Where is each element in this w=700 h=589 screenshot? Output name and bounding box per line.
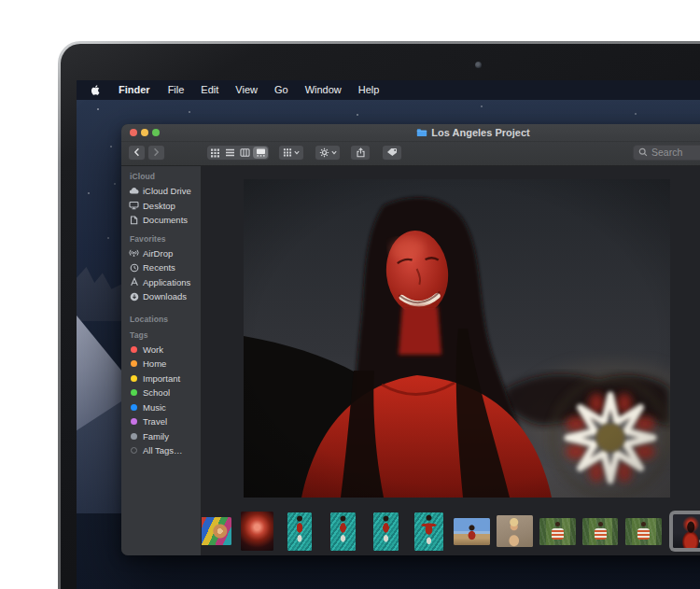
thumbnail-slot (455, 518, 488, 545)
gallery-view (202, 166, 700, 555)
applications-icon (129, 277, 139, 287)
window-title-group: Los Angeles Project (416, 127, 529, 138)
back-button[interactable] (128, 145, 146, 161)
documents-icon (129, 216, 139, 225)
thumbnail-plants[interactable] (625, 518, 662, 545)
thumbnail-slot (326, 512, 359, 551)
menu-bar: Finder File Edit View Go Window Help (77, 80, 700, 100)
sidebar-item-label: AirDrop (143, 248, 173, 259)
desktop-icon (129, 201, 139, 210)
column-view-button[interactable] (237, 147, 252, 159)
sidebar-item-label: Desktop (143, 201, 175, 211)
gear-icon (319, 147, 329, 158)
thumbnail-mural[interactable] (202, 517, 231, 545)
list-view-button[interactable] (222, 147, 237, 159)
sidebar-tag-music[interactable]: Music (129, 400, 201, 415)
menu-item-go[interactable]: Go (266, 80, 297, 100)
sidebar-item-airdrop[interactable]: AirDrop (129, 246, 201, 261)
group-by-button[interactable] (278, 145, 304, 161)
sidebar-item-label: Documents (143, 215, 188, 225)
sidebar-tag-important[interactable]: Important (129, 372, 201, 386)
menu-item-window[interactable]: Window (297, 80, 350, 100)
facetime-camera (475, 62, 482, 68)
sidebar-item-desktop[interactable]: Desktop (129, 199, 201, 214)
search-field[interactable]: Search (633, 145, 700, 161)
window-titlebar[interactable]: Los Angeles Project (121, 124, 700, 142)
sidebar-section-icloud: iCloud (130, 172, 201, 181)
sidebar-item-downloads[interactable]: Downloads (129, 289, 201, 304)
forward-button[interactable] (147, 145, 165, 161)
tag-dot-orange (131, 360, 137, 367)
tag-label: Work (143, 344, 163, 355)
thumbnail-pool[interactable] (373, 512, 399, 551)
close-button[interactable] (130, 129, 137, 136)
thumbnail-slot (540, 518, 574, 545)
tag-label: Important (143, 373, 180, 384)
sidebar-tag-home[interactable]: Home (129, 357, 201, 372)
icon-view-button[interactable] (207, 147, 222, 159)
thumbnail-pool[interactable] (330, 512, 356, 551)
sidebar-item-recents[interactable]: Recents (129, 260, 201, 275)
thumbnail-pool-wide[interactable] (414, 512, 443, 551)
tag-dot-blue (131, 404, 137, 411)
sidebar-item-documents[interactable]: Documents (129, 213, 201, 228)
tag-dot-yellow (131, 375, 137, 382)
page: { "menu_bar": { "apple_icon": "apple-log… (0, 0, 700, 589)
screen: Finder File Edit View Go Window Help (77, 80, 700, 589)
sidebar-item-label: Recents (143, 262, 175, 273)
sidebar-tag-all-tags[interactable]: All Tags… (129, 443, 201, 458)
menu-item-help[interactable]: Help (350, 80, 388, 100)
thumbnail-plants[interactable] (539, 518, 576, 545)
tag-label: Family (143, 431, 169, 442)
menu-item-view[interactable]: View (227, 80, 266, 100)
sidebar-item-icloud-drive[interactable]: iCloud Drive (129, 184, 201, 199)
action-gear-button[interactable] (315, 145, 341, 161)
menu-item-file[interactable]: File (160, 80, 193, 100)
view-switcher (206, 145, 270, 161)
sidebar-section-favorites: Favorites (130, 234, 201, 244)
sidebar-section-tags: Tags (130, 330, 201, 340)
sidebar-tag-family[interactable]: Family (129, 429, 201, 444)
sidebar-tag-travel[interactable]: Travel (129, 414, 201, 429)
share-icon (356, 147, 366, 158)
thumbnail-slot (202, 517, 231, 545)
thumbnail-slot (283, 512, 316, 551)
icloud-drive-icon (129, 187, 139, 195)
sidebar-tag-school[interactable]: School (129, 386, 201, 400)
thumbnail-slot (240, 512, 273, 551)
tag-dot-gray (131, 433, 137, 440)
tag-label: Music (143, 402, 166, 413)
menu-item-finder[interactable]: Finder (109, 80, 160, 100)
thumbnail-plants[interactable] (582, 518, 618, 545)
minimize-button[interactable] (141, 129, 148, 136)
traffic-lights (130, 129, 160, 136)
gallery-preview-photo[interactable] (244, 179, 670, 498)
thumbnail-wall-portrait[interactable] (497, 515, 533, 547)
sidebar-item-label: iCloud Drive (143, 186, 191, 196)
wallpaper-mountains (77, 259, 121, 321)
share-button[interactable] (350, 145, 371, 161)
recents-icon (129, 263, 139, 273)
downloads-icon (129, 292, 139, 302)
thumbnail-desert[interactable] (454, 518, 490, 545)
thumbnail-night-red-selected[interactable] (673, 514, 700, 548)
thumbnail-red-portrait[interactable] (241, 512, 273, 551)
thumbnail-slot (583, 518, 617, 545)
apple-logo-icon[interactable] (88, 84, 109, 96)
tags-button[interactable] (382, 145, 402, 161)
tag-dot-red (131, 346, 137, 353)
tag-icon (386, 147, 398, 157)
menu-item-edit[interactable]: Edit (192, 80, 227, 100)
laptop-frame: Finder File Edit View Go Window Help (58, 41, 700, 589)
tag-label: School (143, 387, 170, 398)
gallery-view-button[interactable] (253, 147, 268, 159)
sidebar-item-applications[interactable]: Applications (129, 275, 201, 290)
sidebar-tag-work[interactable]: Work (129, 343, 201, 358)
search-placeholder: Search (651, 147, 682, 158)
thumbnail-pool[interactable] (287, 512, 312, 551)
tag-dot-purple (131, 418, 137, 425)
tag-dot-green (131, 389, 137, 396)
thumbnail-slot (497, 515, 531, 547)
zoom-button[interactable] (152, 129, 160, 136)
airdrop-icon (129, 248, 139, 258)
